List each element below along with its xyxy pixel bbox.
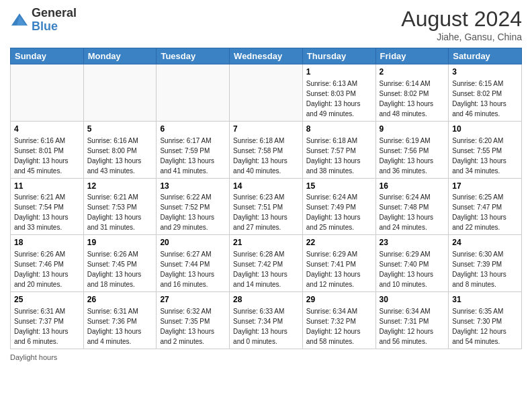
- calendar-cell: [11, 64, 84, 122]
- calendar-cell: 27Sunrise: 6:32 AM Sunset: 7:35 PM Dayli…: [157, 292, 230, 349]
- day-number: 25: [14, 294, 80, 306]
- logo-icon: [10, 11, 29, 30]
- page: General Blue August 2024 Jiahe, Gansu, C…: [0, 0, 532, 411]
- calendar-cell: 24Sunrise: 6:30 AM Sunset: 7:39 PM Dayli…: [449, 235, 522, 292]
- day-info: Sunrise: 6:21 AM Sunset: 7:53 PM Dayligh…: [87, 193, 142, 231]
- day-number: 10: [452, 124, 518, 135]
- day-number: 8: [306, 124, 372, 135]
- day-info: Sunrise: 6:31 AM Sunset: 7:36 PM Dayligh…: [87, 308, 142, 345]
- calendar-cell: 25Sunrise: 6:31 AM Sunset: 7:37 PM Dayli…: [11, 292, 84, 349]
- calendar-header-saturday: Saturday: [449, 48, 522, 64]
- calendar-cell: 3Sunrise: 6:15 AM Sunset: 8:02 PM Daylig…: [449, 64, 522, 122]
- calendar-cell: 7Sunrise: 6:18 AM Sunset: 7:58 PM Daylig…: [230, 121, 303, 178]
- calendar-cell: 19Sunrise: 6:26 AM Sunset: 7:45 PM Dayli…: [83, 235, 157, 292]
- calendar-cell: 8Sunrise: 6:18 AM Sunset: 7:57 PM Daylig…: [302, 121, 375, 178]
- calendar-week-0: 1Sunrise: 6:13 AM Sunset: 8:03 PM Daylig…: [11, 64, 522, 122]
- day-info: Sunrise: 6:18 AM Sunset: 7:57 PM Dayligh…: [306, 137, 361, 175]
- calendar-cell: 14Sunrise: 6:23 AM Sunset: 7:51 PM Dayli…: [230, 178, 303, 235]
- day-number: 6: [160, 124, 226, 135]
- calendar-cell: 6Sunrise: 6:17 AM Sunset: 7:59 PM Daylig…: [157, 121, 230, 178]
- day-info: Sunrise: 6:26 AM Sunset: 7:46 PM Dayligh…: [14, 250, 69, 288]
- calendar-cell: 13Sunrise: 6:22 AM Sunset: 7:52 PM Dayli…: [157, 178, 230, 235]
- day-number: 16: [380, 181, 445, 192]
- day-info: Sunrise: 6:15 AM Sunset: 8:02 PM Dayligh…: [452, 80, 506, 118]
- calendar-cell: 11Sunrise: 6:21 AM Sunset: 7:54 PM Dayli…: [11, 178, 84, 235]
- location-title: Jiahe, Gansu, China: [401, 32, 522, 42]
- day-info: Sunrise: 6:32 AM Sunset: 7:35 PM Dayligh…: [160, 308, 214, 345]
- day-info: Sunrise: 6:24 AM Sunset: 7:49 PM Dayligh…: [306, 193, 361, 231]
- calendar-header-friday: Friday: [375, 48, 449, 64]
- day-number: 30: [380, 294, 445, 306]
- day-number: 21: [233, 237, 299, 248]
- day-info: Sunrise: 6:35 AM Sunset: 7:30 PM Dayligh…: [452, 308, 506, 345]
- day-info: Sunrise: 6:30 AM Sunset: 7:39 PM Dayligh…: [452, 250, 506, 288]
- day-number: 3: [452, 66, 518, 78]
- calendar-week-2: 11Sunrise: 6:21 AM Sunset: 7:54 PM Dayli…: [11, 178, 522, 235]
- day-number: 29: [306, 294, 372, 306]
- header: General Blue August 2024 Jiahe, Gansu, C…: [10, 7, 522, 42]
- logo-blue: Blue: [32, 20, 77, 34]
- day-number: 12: [87, 181, 153, 192]
- calendar-cell: 5Sunrise: 6:16 AM Sunset: 8:00 PM Daylig…: [83, 121, 157, 178]
- calendar-cell: 15Sunrise: 6:24 AM Sunset: 7:49 PM Dayli…: [302, 178, 375, 235]
- day-number: 5: [87, 124, 153, 135]
- day-number: 27: [160, 294, 226, 306]
- title-block: August 2024 Jiahe, Gansu, China: [401, 7, 522, 42]
- calendar-cell: 4Sunrise: 6:16 AM Sunset: 8:01 PM Daylig…: [11, 121, 84, 178]
- logo: General Blue: [10, 7, 77, 34]
- footer: Daylight hours: [10, 353, 522, 361]
- day-info: Sunrise: 6:18 AM Sunset: 7:58 PM Dayligh…: [233, 137, 287, 175]
- calendar-cell: 29Sunrise: 6:34 AM Sunset: 7:32 PM Dayli…: [302, 292, 375, 349]
- day-number: 1: [306, 66, 372, 78]
- day-info: Sunrise: 6:21 AM Sunset: 7:54 PM Dayligh…: [14, 193, 69, 231]
- day-number: 18: [14, 237, 80, 248]
- day-info: Sunrise: 6:25 AM Sunset: 7:47 PM Dayligh…: [452, 193, 506, 231]
- calendar-cell: 1Sunrise: 6:13 AM Sunset: 8:03 PM Daylig…: [302, 64, 375, 122]
- logo-text: General Blue: [32, 7, 77, 34]
- logo-general: General: [32, 7, 77, 20]
- day-info: Sunrise: 6:16 AM Sunset: 8:01 PM Dayligh…: [14, 137, 69, 175]
- day-number: 7: [233, 124, 299, 135]
- day-number: 20: [160, 237, 226, 248]
- day-info: Sunrise: 6:33 AM Sunset: 7:34 PM Dayligh…: [233, 308, 287, 345]
- day-number: 26: [87, 294, 153, 306]
- calendar-cell: 10Sunrise: 6:20 AM Sunset: 7:55 PM Dayli…: [449, 121, 522, 178]
- day-info: Sunrise: 6:28 AM Sunset: 7:42 PM Dayligh…: [233, 250, 287, 288]
- day-number: 9: [380, 124, 445, 135]
- calendar-cell: [83, 64, 157, 122]
- daylight-label: Daylight hours: [10, 353, 57, 361]
- calendar-header-wednesday: Wednesday: [230, 48, 303, 64]
- day-number: 28: [233, 294, 299, 306]
- day-info: Sunrise: 6:24 AM Sunset: 7:48 PM Dayligh…: [380, 193, 434, 231]
- calendar-cell: 28Sunrise: 6:33 AM Sunset: 7:34 PM Dayli…: [230, 292, 303, 349]
- calendar-header-thursday: Thursday: [302, 48, 375, 64]
- calendar-header-sunday: Sunday: [11, 48, 84, 64]
- calendar-cell: 18Sunrise: 6:26 AM Sunset: 7:46 PM Dayli…: [11, 235, 84, 292]
- month-year-title: August 2024: [401, 7, 522, 32]
- day-number: 4: [14, 124, 80, 135]
- day-info: Sunrise: 6:29 AM Sunset: 7:41 PM Dayligh…: [306, 250, 361, 288]
- day-info: Sunrise: 6:20 AM Sunset: 7:55 PM Dayligh…: [452, 137, 506, 175]
- day-info: Sunrise: 6:19 AM Sunset: 7:56 PM Dayligh…: [380, 137, 434, 175]
- day-info: Sunrise: 6:13 AM Sunset: 8:03 PM Dayligh…: [306, 80, 361, 118]
- calendar-cell: 22Sunrise: 6:29 AM Sunset: 7:41 PM Dayli…: [302, 235, 375, 292]
- calendar-header-monday: Monday: [83, 48, 157, 64]
- calendar-week-3: 18Sunrise: 6:26 AM Sunset: 7:46 PM Dayli…: [11, 235, 522, 292]
- calendar-cell: 26Sunrise: 6:31 AM Sunset: 7:36 PM Dayli…: [83, 292, 157, 349]
- day-info: Sunrise: 6:17 AM Sunset: 7:59 PM Dayligh…: [160, 137, 214, 175]
- day-info: Sunrise: 6:34 AM Sunset: 7:31 PM Dayligh…: [380, 308, 434, 345]
- day-info: Sunrise: 6:14 AM Sunset: 8:02 PM Dayligh…: [380, 80, 434, 118]
- day-info: Sunrise: 6:16 AM Sunset: 8:00 PM Dayligh…: [87, 137, 142, 175]
- day-number: 19: [87, 237, 153, 248]
- day-info: Sunrise: 6:23 AM Sunset: 7:51 PM Dayligh…: [233, 193, 287, 231]
- calendar-cell: 30Sunrise: 6:34 AM Sunset: 7:31 PM Dayli…: [375, 292, 449, 349]
- calendar-table: SundayMondayTuesdayWednesdayThursdayFrid…: [10, 48, 522, 349]
- calendar-cell: 21Sunrise: 6:28 AM Sunset: 7:42 PM Dayli…: [230, 235, 303, 292]
- day-info: Sunrise: 6:34 AM Sunset: 7:32 PM Dayligh…: [306, 308, 361, 345]
- day-number: 17: [452, 181, 518, 192]
- day-number: 31: [452, 294, 518, 306]
- calendar-cell: [230, 64, 303, 122]
- day-info: Sunrise: 6:31 AM Sunset: 7:37 PM Dayligh…: [14, 308, 69, 345]
- calendar-cell: 16Sunrise: 6:24 AM Sunset: 7:48 PM Dayli…: [375, 178, 449, 235]
- calendar-cell: 20Sunrise: 6:27 AM Sunset: 7:44 PM Dayli…: [157, 235, 230, 292]
